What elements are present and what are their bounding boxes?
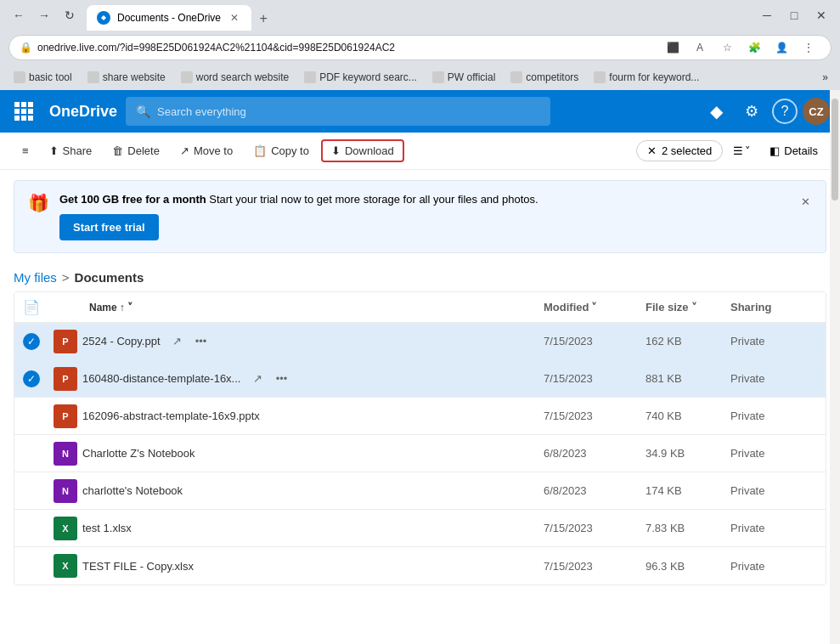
delete-button[interactable]: 🗑 Delete — [104, 141, 168, 161]
excel-file-icon: X — [54, 517, 77, 540]
search-bar[interactable]: 🔍 — [126, 97, 550, 126]
maximize-button[interactable]: □ — [782, 3, 806, 27]
move-to-button[interactable]: ↗ Move to — [172, 141, 241, 161]
bookmark-basic-tool[interactable]: basic tool — [7, 70, 79, 85]
copy-to-button[interactable]: 📋 Copy to — [245, 141, 318, 161]
view-toggle-button[interactable]: ☰ ˅ — [726, 141, 758, 161]
settings-icon-button[interactable]: ⚙ — [736, 96, 767, 127]
bookmark-share-website[interactable]: share website — [81, 70, 172, 85]
table-row[interactable]: P 162096-abstract-template-16x9.pptx ↗ •… — [14, 398, 826, 435]
file-name-link[interactable]: 162096-abstract-template-16x9.pptx — [82, 410, 260, 422]
minimize-button[interactable]: ─ — [755, 3, 779, 27]
forward-button[interactable]: → — [32, 3, 56, 27]
select-all-checkbox[interactable]: 📄 — [14, 299, 48, 315]
waffle-menu-button[interactable] — [10, 98, 37, 125]
address-bar[interactable]: 🔒 onedrive.live.com/?id=998E25D061924AC2… — [8, 35, 832, 60]
table-row[interactable]: ✓ P 160480-distance-template-16x... ↗ ••… — [14, 360, 826, 398]
start-trial-button[interactable]: Start free trial — [59, 214, 159, 240]
close-window-button[interactable]: ✕ — [809, 3, 833, 27]
table-row[interactable]: X test 1.xlsx ↗ ••• 7/15/2023 7.83 KB Pr… — [14, 510, 826, 547]
file-type-icon-col: N — [48, 479, 82, 503]
more-options-row-button[interactable]: ••• — [290, 406, 311, 427]
download-button[interactable]: ⬇ Download — [321, 139, 404, 162]
share-row-button[interactable]: ↗ — [189, 481, 210, 501]
bookmark-pdf-keyword[interactable]: PDF keyword searc... — [297, 70, 424, 85]
file-name-link[interactable]: test 1.xlsx — [82, 522, 132, 534]
file-modified: 7/15/2023 — [537, 560, 639, 573]
file-name-link[interactable]: TEST FILE - Copy.xlsx — [82, 560, 194, 573]
name-column-header[interactable]: Name ↑ ˅ — [82, 302, 537, 314]
back-button[interactable]: ← — [7, 3, 31, 27]
promo-headline-bold: Get 100 GB free for a month — [59, 193, 206, 206]
file-size: 34.9 KB — [639, 447, 724, 460]
address-icons: ⬛ A ☆ 🧩 👤 ⋮ — [661, 36, 820, 59]
user-avatar[interactable]: CZ — [803, 98, 830, 125]
file-modified: 6/8/2023 — [537, 447, 639, 460]
breadcrumb-parent-link[interactable]: My files — [14, 270, 57, 285]
view-dropdown-icon: ˅ — [745, 144, 751, 157]
file-name-link[interactable]: Charlotte Z's Notebook — [82, 447, 195, 460]
star-icon[interactable]: ☆ — [715, 36, 739, 59]
size-column-header[interactable]: File size ˅ — [639, 301, 724, 314]
details-button[interactable]: ◧ Details — [761, 141, 826, 161]
bookmark-word-search[interactable]: word search website — [174, 70, 296, 85]
breadcrumb-separator: > — [62, 270, 70, 285]
share-row-button[interactable]: ↗ — [138, 518, 159, 539]
row-checkbox[interactable]: ✓ — [14, 333, 48, 350]
file-size: 7.83 KB — [639, 522, 724, 534]
file-name-link[interactable]: 160480-distance-template-16x... — [82, 372, 240, 385]
share-row-button[interactable]: ↗ — [167, 331, 188, 352]
scrollbar-track[interactable] — [830, 90, 840, 644]
more-options-row-button[interactable]: ••• — [224, 556, 245, 576]
diamond-icon-button[interactable]: ◆ — [701, 96, 731, 127]
bookmark-pw-official[interactable]: PW official — [426, 70, 502, 85]
table-row[interactable]: ✓ P 2524 - Copy.ppt ↗ ••• 7/15/2023 162 … — [14, 323, 826, 360]
translate-icon[interactable]: A — [688, 36, 712, 59]
more-options-row-button[interactable]: ••• — [213, 481, 234, 501]
more-bookmarks-button[interactable]: » — [817, 70, 833, 85]
more-options-row-button[interactable]: ••• — [226, 443, 246, 464]
row-checkbox[interactable]: ✓ — [14, 370, 48, 387]
share-row-button[interactable]: ↗ — [200, 556, 221, 576]
more-options-row-button[interactable]: ••• — [271, 369, 291, 389]
sharing-column-header[interactable]: Sharing — [724, 301, 826, 314]
modified-col-label: Modified — [544, 301, 589, 314]
file-name-link[interactable]: 2524 - Copy.ppt — [82, 335, 161, 347]
scrollbar-thumb[interactable] — [832, 99, 838, 201]
table-row[interactable]: N Charlotte Z's Notebook ↗ ••• 6/8/2023 … — [14, 435, 826, 472]
more-options-row-button[interactable]: ••• — [162, 518, 183, 539]
active-tab[interactable]: Documents - OneDrive ✕ — [87, 5, 251, 31]
help-icon-button[interactable]: ? — [772, 99, 798, 124]
file-sharing: Private — [724, 372, 826, 385]
share-row-button[interactable]: ↗ — [267, 406, 287, 427]
extensions-icon[interactable]: 🧩 — [742, 36, 766, 59]
bookmark-label: competitors — [526, 71, 578, 83]
promo-banner: 🎁 Get 100 GB free for a month Start your… — [14, 180, 826, 253]
new-tab-button[interactable]: + — [251, 7, 275, 31]
move-icon: ↗ — [180, 144, 189, 157]
selected-count-badge[interactable]: ✕ 2 selected — [636, 140, 723, 161]
file-name-col: test 1.xlsx ↗ ••• — [82, 518, 537, 539]
more-options-icon[interactable]: ⋮ — [797, 36, 820, 59]
share-row-button[interactable]: ↗ — [247, 369, 268, 389]
more-options-row-button[interactable]: ••• — [191, 331, 211, 352]
table-row[interactable]: N charlotte's Notebook ↗ ••• 6/8/2023 17… — [14, 472, 826, 510]
bookmark-competitors[interactable]: competitors — [504, 70, 585, 85]
search-input[interactable] — [157, 105, 540, 118]
file-name-link[interactable]: charlotte's Notebook — [82, 484, 183, 497]
size-sort-icon: ˅ — [691, 301, 697, 314]
table-row[interactable]: X TEST FILE - Copy.xlsx ↗ ••• 7/15/2023 … — [14, 547, 826, 585]
clear-selection-icon[interactable]: ✕ — [647, 144, 657, 157]
tab-close-button[interactable]: ✕ — [228, 11, 241, 25]
refresh-button[interactable]: ↻ — [58, 3, 82, 27]
profile-icon[interactable]: 👤 — [770, 36, 793, 59]
share-button[interactable]: ⬆ Share — [41, 141, 101, 161]
modified-column-header[interactable]: Modified ˅ — [537, 301, 639, 314]
screen-cast-icon[interactable]: ⬛ — [661, 36, 685, 59]
menu-button[interactable]: ≡ — [14, 141, 37, 161]
copy-icon: 📋 — [253, 144, 267, 157]
share-row-button[interactable]: ↗ — [202, 443, 223, 464]
bookmark-forum[interactable]: fourm for keyword... — [587, 70, 706, 85]
promo-close-button[interactable]: ✕ — [795, 191, 815, 212]
download-icon: ⬇ — [331, 144, 341, 157]
